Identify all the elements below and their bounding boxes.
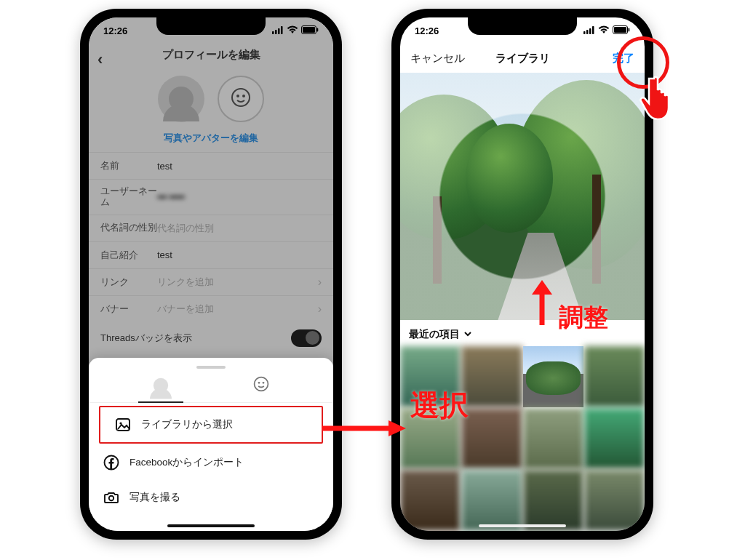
svg-marker-25: [532, 280, 552, 295]
svg-point-11: [258, 382, 260, 384]
photo-thumbnail[interactable]: [584, 408, 645, 469]
wifi-icon: [287, 25, 298, 36]
svg-point-8: [236, 95, 239, 97]
sheet-grip[interactable]: [196, 366, 226, 369]
picker-navbar: キャンセル ライブラリ 完了: [400, 44, 645, 73]
picture-icon: [115, 417, 131, 433]
svg-rect-0: [272, 31, 274, 34]
annotation-highlight-box: ライブラリから選択: [99, 406, 323, 444]
svg-rect-5: [303, 27, 315, 33]
status-indicators: [272, 25, 319, 36]
chevron-right-icon: ›: [318, 303, 322, 316]
svg-point-10: [255, 377, 268, 391]
option-label: ライブラリから選択: [141, 418, 233, 431]
svg-rect-17: [583, 31, 586, 34]
svg-rect-3: [281, 26, 283, 34]
status-indicators: [583, 25, 630, 36]
svg-rect-2: [278, 28, 280, 34]
cancel-button[interactable]: キャンセル: [410, 52, 465, 65]
wifi-icon: [598, 25, 610, 36]
option-take-photo[interactable]: 写真を撮る: [89, 480, 333, 515]
svg-rect-1: [275, 30, 277, 34]
person-icon: [154, 378, 168, 393]
camera-icon: [103, 489, 119, 505]
option-from-library[interactable]: ライブラリから選択: [100, 407, 322, 442]
link-field[interactable]: リンクを追加: [157, 276, 318, 289]
tutorial-canvas: 12:26 ‹ プロフィールを編集: [0, 0, 745, 560]
chevron-down-icon: [463, 329, 472, 340]
banner-label: バナー: [100, 303, 157, 316]
option-import-facebook[interactable]: Facebookからインポート: [89, 445, 333, 480]
photo-thumbnail[interactable]: [523, 408, 583, 469]
sheet-tab-photo[interactable]: [148, 373, 173, 398]
option-label: 写真を撮る: [130, 491, 180, 504]
home-indicator[interactable]: [479, 524, 566, 527]
svg-rect-18: [586, 30, 589, 34]
album-name: 最近の項目: [409, 328, 460, 341]
threads-badge-label: Threadsバッジを表示: [100, 332, 192, 345]
avatar-face-icon: [231, 87, 251, 111]
name-field[interactable]: test: [157, 161, 322, 172]
name-label: 名前: [100, 159, 157, 172]
profile-photo-slot[interactable]: [158, 76, 204, 122]
annotation-pointer-hand-icon: [640, 74, 680, 124]
annotation-select-label: 選択: [410, 385, 469, 425]
page-title: プロフィールを編集: [162, 48, 260, 60]
link-label: リンク: [100, 276, 157, 289]
avatar-face-icon: [252, 375, 270, 396]
svg-marker-27: [389, 420, 406, 436]
svg-rect-22: [614, 27, 626, 33]
annotation-up-arrow-icon: [530, 280, 554, 327]
svg-point-7: [232, 89, 250, 106]
photo-thumbnail[interactable]: [461, 346, 522, 407]
svg-rect-23: [629, 28, 630, 31]
svg-rect-19: [589, 28, 591, 34]
signal-icon: [583, 25, 595, 36]
svg-point-12: [263, 382, 265, 384]
threads-badge-toggle[interactable]: [291, 329, 322, 347]
avatar-slot[interactable]: [218, 76, 264, 122]
signal-icon: [272, 25, 284, 36]
option-label: Facebookからインポート: [130, 456, 244, 469]
photo-thumbnail[interactable]: [400, 470, 461, 531]
battery-icon: [613, 25, 630, 36]
home-indicator[interactable]: [167, 524, 255, 527]
back-chevron-icon[interactable]: ‹: [97, 50, 103, 69]
status-time: 12:26: [415, 25, 439, 36]
person-icon: [169, 87, 194, 111]
photo-thumbnail[interactable]: [584, 346, 645, 407]
notch: [468, 17, 577, 35]
photo-thumbnail[interactable]: [461, 470, 522, 531]
sheet-tab-avatar[interactable]: [249, 373, 274, 398]
svg-point-9: [242, 95, 245, 97]
annotation-right-arrow-icon: [320, 419, 407, 438]
notch: [156, 17, 266, 35]
photo-source-sheet: ライブラリから選択 Facebookからインポート 写真を撮る: [89, 358, 333, 531]
bio-label: 自己紹介: [100, 249, 157, 262]
phone-mockup-right: 12:26 キャンセル ライブラリ 完了: [391, 9, 653, 540]
banner-field[interactable]: バナーを追加: [157, 303, 318, 316]
phone-mockup-left: 12:26 ‹ プロフィールを編集: [80, 9, 342, 540]
bio-field[interactable]: test: [157, 249, 322, 260]
pronouns-label: 代名詞の性別: [100, 223, 157, 233]
svg-rect-6: [317, 28, 319, 31]
photo-thumbnail[interactable]: [523, 346, 583, 407]
status-time: 12:26: [103, 25, 127, 36]
svg-point-16: [109, 496, 113, 500]
annotation-adjust-label: 調整: [559, 301, 608, 335]
battery-icon: [301, 25, 319, 36]
facebook-icon: [103, 455, 119, 471]
svg-rect-20: [592, 26, 594, 34]
username-label: ユーザーネーム: [100, 186, 157, 208]
pronouns-field[interactable]: 代名詞の性別: [157, 222, 322, 235]
crop-preview[interactable]: [400, 73, 645, 320]
edit-photo-link[interactable]: 写真やアバターを編集: [89, 132, 333, 145]
picker-title: ライブラリ: [495, 52, 550, 65]
chevron-right-icon: ›: [318, 276, 322, 289]
photo-grid: [400, 346, 645, 531]
photo-thumbnail[interactable]: [523, 470, 583, 531]
photo-thumbnail[interactable]: [584, 470, 645, 531]
username-field[interactable]: ••• •••••: [157, 191, 322, 203]
photo-thumbnail[interactable]: [461, 408, 522, 469]
